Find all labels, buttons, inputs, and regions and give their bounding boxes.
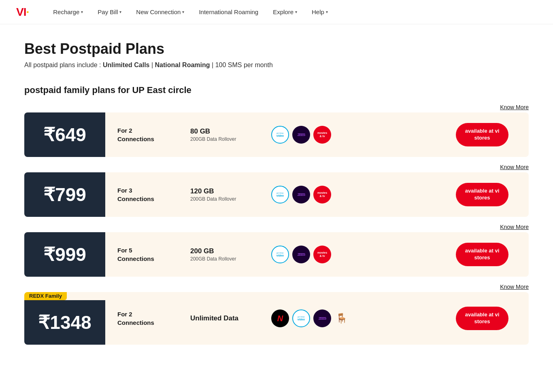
zee5-icon: ZEE5 — [313, 309, 331, 327]
connections-col-0: For 2Connections — [117, 126, 166, 143]
feature-sms: 100 SMS per month — [215, 61, 273, 68]
plan-details-2: For 5Connections 200 GB 200GB Data Rollo… — [105, 235, 529, 274]
data-amount-0: 80 GB — [190, 127, 247, 136]
know-more-row-1: Know More — [24, 163, 529, 171]
nav-item-pay-bill[interactable]: Pay Bill ▾ — [98, 8, 121, 15]
section-title: postpaid family plans for UP East circle — [24, 85, 529, 95]
plan-wrapper-0: Know More ₹649 For 2Connections 80 GB 20… — [24, 104, 529, 157]
cta-col-0: available at vistores — [456, 123, 517, 146]
plan-price-2: ₹999 — [43, 244, 86, 265]
plan-card-0: ₹649 For 2Connections 80 GB 200GB Data R… — [24, 112, 529, 157]
price-box-2: ₹999 — [24, 232, 105, 277]
connections-col-1: For 3Connections — [117, 186, 166, 203]
know-more-row-3: Know More — [24, 283, 529, 290]
zee5-icon: ZEE5 — [292, 246, 310, 263]
main-content: Best Postpaid Plans All postpaid plans i… — [0, 24, 553, 367]
main-nav: VI· Recharge ▾Pay Bill ▾New Connection ▾… — [0, 0, 553, 24]
plan-card-3: REDX Family ₹1348 For 2Connections Unlim… — [24, 292, 529, 345]
vi-logo: VI· — [16, 6, 29, 19]
know-more-link-3[interactable]: Know More — [500, 284, 529, 290]
data-rollover-2: 200GB Data Rollover — [190, 256, 247, 262]
cta-button-0[interactable]: available at vistores — [456, 123, 508, 146]
price-box-1: ₹799 — [24, 172, 105, 217]
dropdown-arrow: ▾ — [295, 10, 297, 14]
price-box-0: ₹649 — [24, 112, 105, 157]
plan-wrapper-3: Know More REDX Family ₹1348 For 2Connect… — [24, 283, 529, 345]
cta-col-1: available at vistores — [456, 183, 517, 206]
zee5-icon: ZEE5 — [292, 126, 310, 144]
vi-movies-tv-icon: movies& tv — [313, 246, 331, 263]
cta-button-1[interactable]: available at vistores — [456, 183, 508, 206]
know-more-row-0: Know More — [24, 104, 529, 111]
ott-icons-col-1: prime video ZEE5 movies& tv — [271, 186, 331, 203]
connections-col-2: For 5Connections — [117, 246, 166, 263]
subtitle-prefix: All postpaid plans include : — [24, 61, 103, 68]
dropdown-arrow: ▾ — [326, 10, 328, 14]
data-col-1: 120 GB 200GB Data Rollover — [190, 187, 247, 202]
feature-national-roaming: National Roaming — [155, 61, 210, 68]
cta-col-3: available at vistores — [456, 307, 517, 330]
connections-label-0: For 2Connections — [117, 126, 166, 143]
nav-item-new-connection[interactable]: New Connection ▾ — [136, 8, 184, 15]
ott-icons-col-0: prime video ZEE5 movies& tv — [271, 126, 331, 144]
prime-video-icon: prime video — [271, 186, 289, 203]
nav-item-recharge[interactable]: Recharge ▾ — [53, 8, 83, 15]
data-rollover-0: 200GB Data Rollover — [190, 136, 247, 142]
plan-wrapper-1: Know More ₹799 For 3Connections 120 GB 2… — [24, 163, 529, 217]
page-subtitle: All postpaid plans include : Unlimited C… — [24, 61, 529, 69]
zee5-icon: ZEE5 — [292, 186, 310, 203]
plan-card-2: ₹999 For 5Connections 200 GB 200GB Data … — [24, 232, 529, 277]
plan-wrapper-2: Know More ₹999 For 5Connections 200 GB 2… — [24, 223, 529, 277]
feature-unlimited-calls: Unlimited Calls — [103, 61, 150, 68]
connections-label-2: For 5Connections — [117, 246, 166, 263]
redx-badge: REDX Family — [24, 292, 67, 300]
know-more-row-2: Know More — [24, 223, 529, 231]
data-col-3: Unlimited Data — [190, 314, 247, 322]
plan-price-0: ₹649 — [43, 124, 86, 146]
ott-icons-col-2: prime video ZEE5 movies& tv — [271, 246, 331, 263]
price-box-3: ₹1348 — [24, 300, 105, 345]
netflix-icon: N — [271, 309, 289, 327]
connections-col-3: For 2Connections — [117, 310, 166, 327]
plan-details-3: For 2Connections Unlimited Data N prime … — [105, 299, 529, 338]
plan-details-1: For 3Connections 120 GB 200GB Data Rollo… — [105, 175, 529, 214]
know-more-link-2[interactable]: Know More — [500, 224, 529, 230]
prime-video-icon: prime video — [271, 246, 289, 263]
data-col-0: 80 GB 200GB Data Rollover — [190, 127, 247, 142]
data-col-2: 200 GB 200GB Data Rollover — [190, 247, 247, 262]
know-more-link-0[interactable]: Know More — [500, 104, 529, 110]
nav-item-help[interactable]: Help ▾ — [312, 8, 328, 15]
ott-icons-col-3: N prime video ZEE5 🪑 — [271, 309, 349, 327]
plans-container: Know More ₹649 For 2Connections 80 GB 20… — [24, 104, 529, 345]
plan-card-1: ₹799 For 3Connections 120 GB 200GB Data … — [24, 172, 529, 217]
data-rollover-1: 200GB Data Rollover — [190, 196, 247, 202]
plan-price-3: ₹1348 — [38, 311, 91, 333]
know-more-link-1[interactable]: Know More — [500, 164, 529, 170]
nav-links: Recharge ▾Pay Bill ▾New Connection ▾Inte… — [53, 8, 537, 15]
prime-video-icon: prime video — [292, 309, 310, 327]
plan-details-0: For 2Connections 80 GB 200GB Data Rollov… — [105, 115, 529, 155]
page-title: Best Postpaid Plans — [24, 40, 529, 57]
cta-col-2: available at vistores — [456, 243, 517, 266]
connections-label-1: For 3Connections — [117, 186, 166, 203]
connections-label-3: For 2Connections — [117, 310, 166, 327]
dropdown-arrow: ▾ — [81, 10, 83, 14]
data-amount-3: Unlimited Data — [190, 314, 247, 322]
redx-chair-icon: 🪑 — [334, 311, 349, 326]
nav-item-explore[interactable]: Explore ▾ — [273, 8, 297, 15]
data-amount-1: 120 GB — [190, 187, 247, 195]
dropdown-arrow: ▾ — [119, 10, 121, 14]
nav-item-international-roaming[interactable]: International Roaming — [199, 8, 258, 15]
data-amount-2: 200 GB — [190, 247, 247, 255]
vi-movies-tv-icon: movies& tv — [313, 126, 331, 144]
vi-movies-tv-icon: movies& tv — [313, 186, 331, 203]
logo-dot: · — [26, 6, 29, 18]
cta-button-3[interactable]: available at vistores — [456, 307, 508, 330]
prime-video-icon: prime video — [271, 126, 289, 144]
dropdown-arrow: ▾ — [182, 10, 184, 14]
cta-button-2[interactable]: available at vistores — [456, 243, 508, 266]
plan-price-1: ₹799 — [43, 184, 86, 206]
